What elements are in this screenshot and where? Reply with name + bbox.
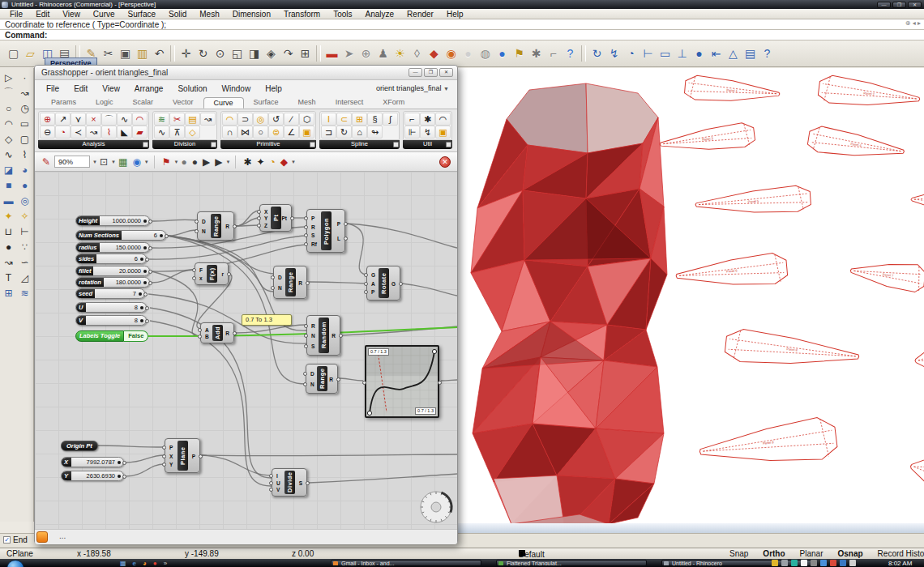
spline-tool-icon[interactable]: ⊞ [352, 113, 367, 126]
output-port-r[interactable]: R [225, 224, 229, 230]
rounded-rect-icon[interactable]: ▢ [17, 131, 32, 147]
group-expander[interactable] [310, 142, 315, 147]
group-expander[interactable] [446, 142, 451, 147]
freeform-icon[interactable]: ∿ [1, 147, 16, 162]
input-port-n[interactable]: N [310, 382, 314, 388]
close-button[interactable]: ✕ [908, 2, 922, 8]
slider-num-sections[interactable]: Num Sections6 [75, 230, 166, 241]
menu-render[interactable]: Render [400, 10, 440, 19]
gh-close-button[interactable]: ✕ [439, 68, 453, 77]
division-tool-icon[interactable]: ≋ [154, 113, 169, 126]
spline-tool-icon[interactable]: ∫ [383, 113, 398, 126]
slider-fillet[interactable]: fillet20.0000 [75, 266, 150, 276]
slider-knob[interactable] [160, 234, 164, 238]
triangle-tool-icon[interactable]: △ [725, 45, 742, 62]
solver-cancel-icon[interactable]: ✕ [439, 156, 451, 168]
slider-knob[interactable] [143, 246, 148, 250]
slider-track[interactable]: 20.0000 [93, 266, 149, 275]
zoom-window-icon[interactable]: ◱ [229, 45, 246, 62]
extend-icon[interactable]: ⊢ [640, 45, 657, 62]
sketch-icon[interactable]: ⌇ [17, 147, 32, 162]
join-icon[interactable]: ⊔ [1, 224, 16, 239]
input-port-x[interactable]: X [264, 209, 267, 215]
gh-component-plane[interactable]: PlanePXYP [165, 438, 200, 473]
circle-diameter-icon[interactable]: ◷ [17, 100, 32, 116]
cylinder-icon[interactable]: ▬ [1, 193, 16, 208]
tray-icon-2[interactable] [781, 560, 788, 566]
slider-knob[interactable] [139, 292, 143, 296]
input-port-y[interactable]: Y [264, 215, 267, 222]
slider-track[interactable]: 8 [86, 316, 146, 325]
output-port-p[interactable]: P [337, 221, 340, 228]
slider-u[interactable]: U8 [75, 302, 147, 313]
solve-animate-icon[interactable]: ▶ [215, 156, 222, 168]
hatch-icon[interactable]: ≋ [17, 285, 32, 301]
tab-logic[interactable]: Logic [86, 97, 123, 109]
task-button-2[interactable]: Flattened Triangulat... [496, 560, 647, 566]
sphere-icon[interactable]: ● [17, 177, 32, 193]
circle-icon[interactable]: ○ [1, 100, 16, 116]
menu-mesh[interactable]: Mesh [193, 10, 225, 19]
cluster-icon[interactable]: ✦ [257, 156, 265, 168]
tab-scalar[interactable]: Scalar [123, 97, 164, 109]
spline-tool-icon[interactable]: § [367, 113, 383, 126]
copy-icon[interactable]: ▣ [117, 45, 134, 62]
canvas-zoom-input[interactable]: 90% [54, 156, 90, 168]
gh-restore-button[interactable]: ❐ [424, 68, 438, 77]
rectangle-icon[interactable]: ▭ [17, 116, 32, 131]
curve-circle-icon[interactable]: ◔ [622, 45, 640, 62]
output-port-r[interactable]: r [221, 271, 224, 278]
analysis-tool-icon[interactable]: ▰ [132, 126, 148, 139]
start-button[interactable] [6, 560, 24, 567]
util-tool-icon[interactable]: ▣ [435, 126, 451, 139]
opera-icon[interactable]: ● [153, 560, 157, 567]
primitive-tool-icon[interactable]: ∠ [284, 126, 299, 139]
input-port-i[interactable]: I [276, 473, 278, 480]
slider-v[interactable]: V8 [75, 315, 147, 326]
menu-edit[interactable]: Edit [29, 10, 56, 19]
taskbar-clock[interactable]: 8:02 AM [888, 560, 912, 567]
cut-icon[interactable]: ✂ [100, 45, 117, 62]
help2-icon[interactable]: ? [759, 45, 776, 62]
input-port-z[interactable]: Z [264, 223, 267, 229]
group-label[interactable]: Analysis [38, 140, 149, 149]
group-label[interactable]: Primitive [220, 140, 316, 149]
pan-icon[interactable]: ✛ [178, 45, 195, 62]
grasshopper-window[interactable]: Grasshopper - orient triangles_final — ❐… [34, 65, 458, 544]
gh-menu-view[interactable]: View [102, 84, 120, 93]
spline-tool-icon[interactable]: ⊂ [336, 113, 352, 126]
donut-icon[interactable]: ◔ [270, 156, 276, 168]
slider-track[interactable]: 2630.6930 [71, 471, 123, 480]
input-port-f[interactable]: F [199, 267, 203, 274]
value-panel[interactable]: 0.7 To 1.3 [242, 314, 292, 326]
document-selector[interactable]: orient triangles_final ▼ [376, 80, 449, 97]
group-expander[interactable] [211, 142, 216, 147]
origin-pt-param[interactable]: Origin Pt [61, 441, 98, 451]
history-icon[interactable]: ⌐ [545, 45, 562, 62]
checkbox-icon[interactable]: ✓ [3, 536, 11, 544]
slider-knob[interactable] [140, 306, 144, 310]
slider-track[interactable]: 150.0000 [100, 243, 149, 252]
input-port-n[interactable]: N [278, 285, 282, 292]
slider-seed[interactable]: seed7 [75, 288, 145, 299]
tab-xform[interactable]: XForm [373, 97, 414, 109]
input-port-a[interactable]: A [205, 327, 209, 334]
rotate-view-icon[interactable]: ↻ [195, 45, 212, 62]
status-toggle-snap[interactable]: Snap [729, 549, 748, 558]
menu-dimension[interactable]: Dimension [226, 10, 277, 19]
osnap-end-checkbox[interactable]: ✓ End [3, 535, 28, 544]
input-port-s[interactable]: S [311, 232, 314, 239]
analysis-tool-icon[interactable]: ↝ [86, 126, 101, 139]
help-icon[interactable]: ? [562, 45, 579, 62]
input-port-p[interactable]: P [371, 289, 374, 296]
menu-solid[interactable]: Solid [162, 10, 193, 19]
zoom-icon[interactable]: ⊙ [212, 45, 229, 62]
flag-icon[interactable]: ⚑ [511, 45, 528, 62]
gh-component-range[interactable]: RangeDNR [273, 266, 307, 299]
sphere-wire-icon[interactable]: ◍ [477, 45, 494, 62]
group-expander[interactable] [143, 142, 148, 147]
input-port-v[interactable]: V [276, 487, 280, 493]
slider-height[interactable]: Height1000.0000 [75, 215, 150, 226]
arc-icon[interactable]: ◠ [1, 116, 16, 131]
tray-icon-3[interactable] [791, 560, 798, 566]
